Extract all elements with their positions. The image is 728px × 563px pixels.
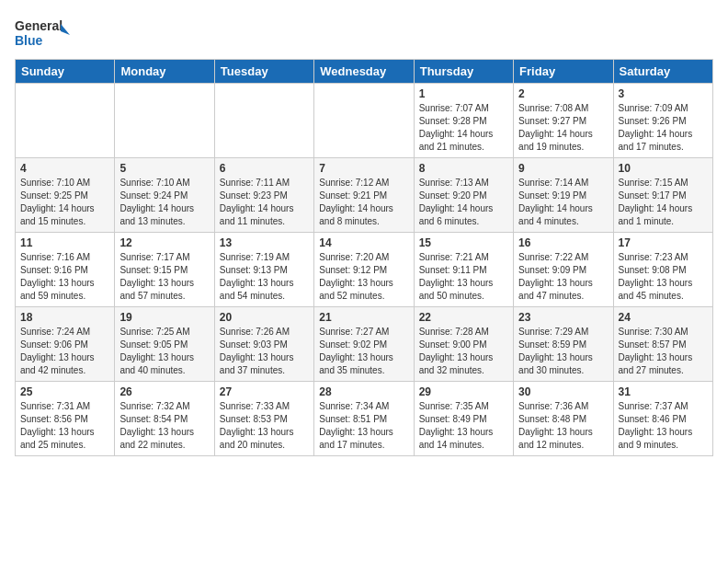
day-number: 5	[119, 162, 209, 175]
calendar-cell: 4Sunrise: 7:10 AM Sunset: 9:25 PM Daylig…	[16, 158, 115, 233]
day-info: Sunrise: 7:25 AM Sunset: 9:05 PM Dayligh…	[119, 326, 209, 377]
day-info: Sunrise: 7:12 AM Sunset: 9:21 PM Dayligh…	[319, 177, 408, 228]
calendar-cell: 18Sunrise: 7:24 AM Sunset: 9:06 PM Dayli…	[16, 307, 115, 382]
day-number: 16	[518, 236, 608, 249]
calendar-cell: 30Sunrise: 7:36 AM Sunset: 8:48 PM Dayli…	[514, 382, 613, 456]
calendar-cell: 25Sunrise: 7:31 AM Sunset: 8:56 PM Dayli…	[16, 382, 115, 456]
calendar-cell: 9Sunrise: 7:14 AM Sunset: 9:19 PM Daylig…	[514, 158, 613, 233]
calendar-cell: 26Sunrise: 7:32 AM Sunset: 8:54 PM Dayli…	[115, 382, 214, 456]
day-number: 28	[319, 385, 408, 398]
day-info: Sunrise: 7:36 AM Sunset: 8:48 PM Dayligh…	[518, 400, 608, 452]
day-number: 14	[319, 236, 408, 249]
day-info: Sunrise: 7:27 AM Sunset: 9:02 PM Dayligh…	[319, 326, 408, 377]
calendar-week-4: 18Sunrise: 7:24 AM Sunset: 9:06 PM Dayli…	[16, 307, 713, 382]
weekday-header-tuesday: Tuesday	[214, 60, 313, 84]
calendar-cell: 10Sunrise: 7:15 AM Sunset: 9:17 PM Dayli…	[613, 158, 712, 233]
day-info: Sunrise: 7:10 AM Sunset: 9:24 PM Dayligh…	[119, 177, 209, 228]
calendar-cell: 6Sunrise: 7:11 AM Sunset: 9:23 PM Daylig…	[214, 158, 313, 233]
weekday-header-sunday: Sunday	[16, 60, 115, 84]
logo-svg: GeneralBlue	[15, 15, 70, 52]
day-number: 27	[220, 385, 309, 398]
day-info: Sunrise: 7:22 AM Sunset: 9:09 PM Dayligh…	[518, 251, 608, 303]
day-number: 7	[319, 162, 408, 175]
calendar-cell	[214, 84, 313, 158]
day-info: Sunrise: 7:31 AM Sunset: 8:56 PM Dayligh…	[20, 400, 109, 452]
header: GeneralBlue	[15, 15, 713, 52]
day-number: 8	[419, 162, 508, 175]
day-info: Sunrise: 7:24 AM Sunset: 9:06 PM Dayligh…	[20, 326, 109, 377]
weekday-header-wednesday: Wednesday	[314, 60, 414, 84]
day-number: 23	[518, 311, 608, 324]
calendar-cell: 29Sunrise: 7:35 AM Sunset: 8:49 PM Dayli…	[414, 382, 513, 456]
calendar-week-1: 1Sunrise: 7:07 AM Sunset: 9:28 PM Daylig…	[16, 84, 713, 158]
calendar-cell: 5Sunrise: 7:10 AM Sunset: 9:24 PM Daylig…	[115, 158, 214, 233]
day-info: Sunrise: 7:13 AM Sunset: 9:20 PM Dayligh…	[419, 177, 508, 228]
calendar-cell: 20Sunrise: 7:26 AM Sunset: 9:03 PM Dayli…	[214, 307, 313, 382]
calendar-cell: 22Sunrise: 7:28 AM Sunset: 9:00 PM Dayli…	[414, 307, 513, 382]
day-number: 30	[518, 385, 608, 398]
day-info: Sunrise: 7:35 AM Sunset: 8:49 PM Dayligh…	[419, 400, 508, 452]
calendar-table: SundayMondayTuesdayWednesdayThursdayFrid…	[15, 59, 713, 456]
calendar-cell: 27Sunrise: 7:33 AM Sunset: 8:53 PM Dayli…	[214, 382, 313, 456]
day-number: 31	[619, 385, 708, 398]
calendar-cell: 24Sunrise: 7:30 AM Sunset: 8:57 PM Dayli…	[613, 307, 712, 382]
day-number: 18	[20, 311, 109, 324]
day-number: 15	[419, 236, 508, 249]
calendar-cell: 13Sunrise: 7:19 AM Sunset: 9:13 PM Dayli…	[214, 233, 313, 307]
day-number: 17	[619, 236, 708, 249]
day-info: Sunrise: 7:11 AM Sunset: 9:23 PM Dayligh…	[220, 177, 309, 228]
weekday-header-thursday: Thursday	[414, 60, 513, 84]
day-info: Sunrise: 7:19 AM Sunset: 9:13 PM Dayligh…	[220, 251, 309, 303]
day-number: 29	[419, 385, 508, 398]
day-info: Sunrise: 7:30 AM Sunset: 8:57 PM Dayligh…	[619, 326, 708, 377]
svg-text:General: General	[15, 18, 63, 33]
calendar-cell: 3Sunrise: 7:09 AM Sunset: 9:26 PM Daylig…	[613, 84, 712, 158]
day-info: Sunrise: 7:15 AM Sunset: 9:17 PM Dayligh…	[619, 177, 708, 228]
logo: GeneralBlue	[15, 15, 70, 52]
day-number: 22	[419, 311, 508, 324]
calendar-cell: 2Sunrise: 7:08 AM Sunset: 9:27 PM Daylig…	[514, 84, 613, 158]
calendar-cell: 12Sunrise: 7:17 AM Sunset: 9:15 PM Dayli…	[115, 233, 214, 307]
day-info: Sunrise: 7:23 AM Sunset: 9:08 PM Dayligh…	[619, 251, 708, 303]
calendar-cell	[115, 84, 214, 158]
weekday-header-monday: Monday	[115, 60, 214, 84]
day-number: 26	[119, 385, 209, 398]
day-number: 20	[220, 311, 309, 324]
calendar-cell: 8Sunrise: 7:13 AM Sunset: 9:20 PM Daylig…	[414, 158, 513, 233]
calendar-body: 1Sunrise: 7:07 AM Sunset: 9:28 PM Daylig…	[16, 84, 713, 456]
weekday-header-saturday: Saturday	[613, 60, 712, 84]
calendar-cell	[314, 84, 414, 158]
calendar-cell: 17Sunrise: 7:23 AM Sunset: 9:08 PM Dayli…	[613, 233, 712, 307]
calendar-cell: 11Sunrise: 7:16 AM Sunset: 9:16 PM Dayli…	[16, 233, 115, 307]
day-number: 3	[619, 87, 708, 100]
calendar-cell: 14Sunrise: 7:20 AM Sunset: 9:12 PM Dayli…	[314, 233, 414, 307]
day-number: 9	[518, 162, 608, 175]
day-number: 19	[119, 311, 209, 324]
day-number: 6	[220, 162, 309, 175]
day-info: Sunrise: 7:26 AM Sunset: 9:03 PM Dayligh…	[220, 326, 309, 377]
svg-text:Blue: Blue	[15, 33, 43, 48]
calendar-week-3: 11Sunrise: 7:16 AM Sunset: 9:16 PM Dayli…	[16, 233, 713, 307]
day-number: 1	[419, 87, 508, 100]
day-number: 10	[619, 162, 708, 175]
calendar-cell	[16, 84, 115, 158]
day-info: Sunrise: 7:16 AM Sunset: 9:16 PM Dayligh…	[20, 251, 109, 303]
day-info: Sunrise: 7:37 AM Sunset: 8:46 PM Dayligh…	[619, 400, 708, 452]
day-number: 2	[518, 87, 608, 100]
day-info: Sunrise: 7:10 AM Sunset: 9:25 PM Dayligh…	[20, 177, 109, 228]
day-number: 12	[119, 236, 209, 249]
weekday-header-row: SundayMondayTuesdayWednesdayThursdayFrid…	[16, 60, 713, 84]
day-info: Sunrise: 7:32 AM Sunset: 8:54 PM Dayligh…	[119, 400, 209, 452]
calendar-cell: 7Sunrise: 7:12 AM Sunset: 9:21 PM Daylig…	[314, 158, 414, 233]
day-info: Sunrise: 7:33 AM Sunset: 8:53 PM Dayligh…	[220, 400, 309, 452]
calendar-cell: 1Sunrise: 7:07 AM Sunset: 9:28 PM Daylig…	[414, 84, 513, 158]
day-number: 21	[319, 311, 408, 324]
weekday-header-friday: Friday	[514, 60, 613, 84]
day-info: Sunrise: 7:21 AM Sunset: 9:11 PM Dayligh…	[419, 251, 508, 303]
calendar-week-5: 25Sunrise: 7:31 AM Sunset: 8:56 PM Dayli…	[16, 382, 713, 456]
calendar-cell: 19Sunrise: 7:25 AM Sunset: 9:05 PM Dayli…	[115, 307, 214, 382]
day-info: Sunrise: 7:20 AM Sunset: 9:12 PM Dayligh…	[319, 251, 408, 303]
day-info: Sunrise: 7:29 AM Sunset: 8:59 PM Dayligh…	[518, 326, 608, 377]
calendar-cell: 15Sunrise: 7:21 AM Sunset: 9:11 PM Dayli…	[414, 233, 513, 307]
calendar-cell: 28Sunrise: 7:34 AM Sunset: 8:51 PM Dayli…	[314, 382, 414, 456]
